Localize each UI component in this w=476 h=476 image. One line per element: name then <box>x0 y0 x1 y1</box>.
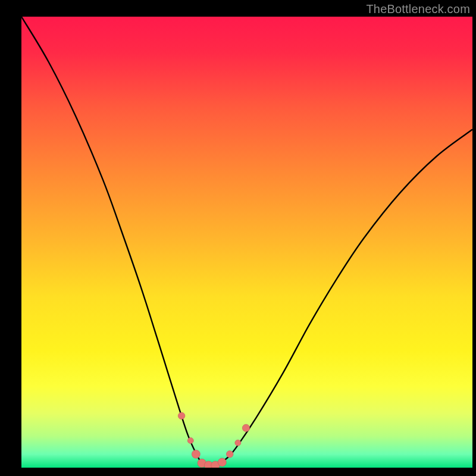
chart-svg <box>21 17 472 468</box>
highlight-point <box>235 440 241 446</box>
highlight-point <box>226 450 233 458</box>
chart-background <box>21 17 472 468</box>
highlight-point <box>178 412 185 419</box>
watermark-text: TheBottleneck.com <box>366 2 470 16</box>
app-frame: TheBottleneck.com <box>0 0 476 476</box>
highlight-point <box>218 458 226 466</box>
highlight-point <box>192 450 200 458</box>
chart-area <box>21 17 472 468</box>
highlight-point <box>187 438 193 444</box>
highlight-point <box>242 424 249 431</box>
